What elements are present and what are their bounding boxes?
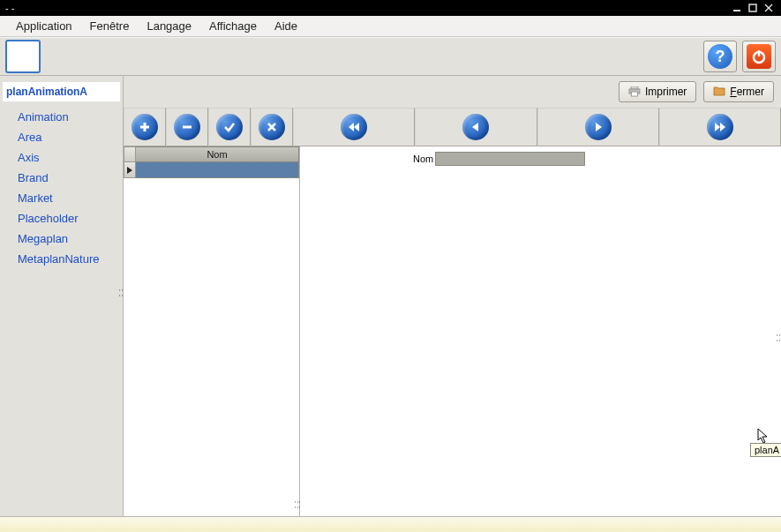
cursor-icon bbox=[757, 428, 770, 444]
folder-icon bbox=[713, 86, 725, 99]
body-area: planAnimationA Animation Area Axis Brand… bbox=[0, 76, 781, 516]
print-label: Imprimer bbox=[645, 86, 687, 98]
tooltip: planA bbox=[750, 443, 781, 457]
svg-marker-15 bbox=[354, 123, 359, 131]
menu-fenetre[interactable]: Fenêtre bbox=[81, 17, 139, 35]
statusbar bbox=[0, 516, 781, 532]
nom-input[interactable] bbox=[435, 152, 585, 166]
form-row-nom: Nom bbox=[413, 152, 774, 166]
help-icon: ? bbox=[708, 44, 732, 69]
menu-langage[interactable]: Langage bbox=[138, 17, 200, 35]
window-title: - - bbox=[5, 3, 730, 13]
table-panel: Nom ⋮⋮ bbox=[124, 146, 300, 516]
close-label: Fermer bbox=[730, 86, 764, 98]
remove-button[interactable] bbox=[174, 114, 200, 140]
sidebar-item-axis[interactable]: Axis bbox=[0, 147, 123, 168]
sidebar-item-animation[interactable]: Animation bbox=[0, 107, 123, 127]
svg-rect-6 bbox=[631, 86, 638, 89]
new-document-button[interactable] bbox=[5, 40, 41, 73]
tooltip-text: planA bbox=[755, 445, 779, 455]
printer-icon bbox=[628, 86, 641, 97]
sidebar-item-placeholder[interactable]: Placeholder bbox=[0, 208, 123, 229]
sidebar: planAnimationA Animation Area Axis Brand… bbox=[0, 76, 124, 516]
record-toolbar bbox=[124, 108, 781, 146]
first-button[interactable] bbox=[341, 114, 367, 140]
sidebar-item-megaplan[interactable]: Megaplan bbox=[0, 229, 123, 249]
row-selector-icon[interactable] bbox=[124, 162, 136, 178]
last-button[interactable] bbox=[707, 114, 733, 140]
svg-rect-1 bbox=[749, 4, 756, 11]
form-label-nom: Nom bbox=[413, 154, 433, 164]
sidebar-item-metaplannature[interactable]: MetaplanNature bbox=[0, 249, 123, 269]
svg-marker-18 bbox=[715, 123, 720, 131]
power-icon bbox=[747, 44, 771, 69]
minimize-button[interactable] bbox=[730, 2, 744, 14]
table-corner[interactable] bbox=[124, 146, 136, 162]
menu-application[interactable]: Application bbox=[7, 17, 81, 35]
svg-marker-20 bbox=[127, 167, 132, 174]
sidebar-item-brand[interactable]: Brand bbox=[0, 168, 123, 188]
action-bar: Imprimer Fermer bbox=[124, 76, 781, 108]
next-button[interactable] bbox=[585, 114, 612, 140]
close-button[interactable] bbox=[762, 2, 776, 14]
print-button[interactable]: Imprimer bbox=[619, 81, 696, 102]
form-panel: Nom ⋮⋮ bbox=[300, 146, 781, 516]
table-row[interactable] bbox=[124, 162, 299, 178]
quit-button[interactable] bbox=[742, 41, 776, 72]
svg-marker-21 bbox=[758, 429, 767, 443]
window-controls bbox=[730, 2, 776, 14]
main-panel: Imprimer Fermer bbox=[124, 76, 781, 516]
sidebar-title: planAnimationA bbox=[3, 82, 120, 101]
prev-button[interactable] bbox=[462, 114, 489, 140]
svg-marker-17 bbox=[596, 123, 602, 131]
svg-marker-19 bbox=[720, 123, 725, 131]
menu-affichage[interactable]: Affichage bbox=[200, 17, 266, 35]
sidebar-item-market[interactable]: Market bbox=[0, 188, 123, 208]
table-header-nom[interactable]: Nom bbox=[136, 146, 299, 162]
cancel-button[interactable] bbox=[259, 114, 285, 140]
menu-aide[interactable]: Aide bbox=[266, 17, 306, 35]
svg-marker-16 bbox=[472, 123, 478, 131]
menubar: Application Fenêtre Langage Affichage Ai… bbox=[0, 16, 781, 37]
confirm-button[interactable] bbox=[216, 114, 243, 140]
maximize-button[interactable] bbox=[746, 2, 760, 14]
sidebar-item-area[interactable]: Area bbox=[0, 127, 123, 147]
edit-tools bbox=[124, 108, 293, 146]
form-gripper-icon[interactable]: ⋮⋮ bbox=[776, 332, 781, 342]
nav-tools bbox=[293, 108, 781, 146]
content-row: Nom ⋮⋮ Nom ⋮⋮ bbox=[124, 146, 781, 516]
table-cell-nom[interactable] bbox=[136, 162, 299, 178]
svg-marker-14 bbox=[349, 123, 354, 131]
help-button[interactable]: ? bbox=[703, 41, 737, 72]
table-header: Nom bbox=[124, 146, 299, 162]
main-toolbar: ? bbox=[0, 37, 781, 76]
window-titlebar: - - bbox=[0, 0, 781, 16]
add-button[interactable] bbox=[131, 114, 158, 140]
close-panel-button[interactable]: Fermer bbox=[703, 81, 774, 102]
svg-rect-8 bbox=[631, 92, 637, 96]
